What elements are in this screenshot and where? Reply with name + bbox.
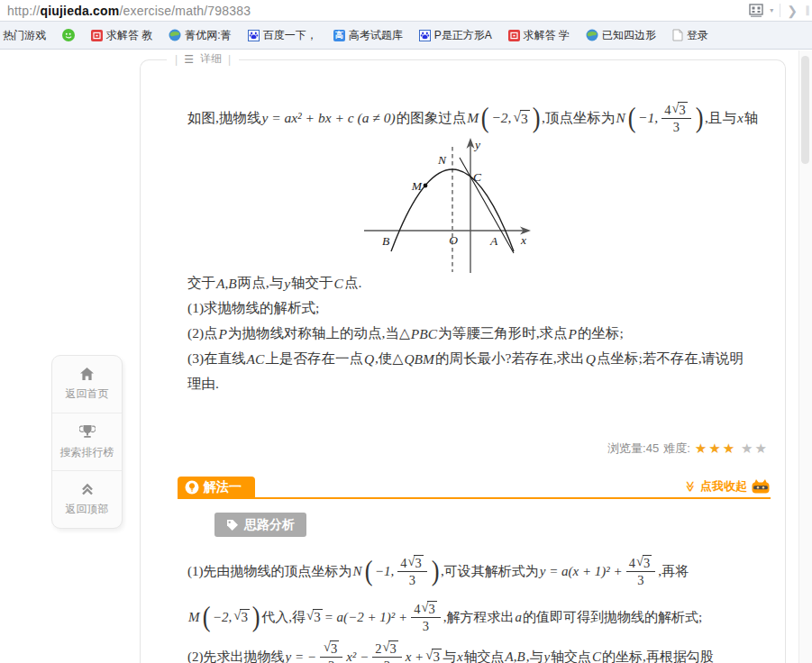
label-N: N <box>437 153 447 167</box>
right-paren: ) <box>431 559 439 584</box>
list-icon: ☰ <box>184 53 194 66</box>
math-var: a <box>515 610 522 625</box>
sidebar-item-label: 返回顶部 <box>66 502 109 517</box>
left-paren: ( <box>481 105 489 131</box>
math-formula: = a(−2 + 1)² + <box>324 610 407 625</box>
problem-text: 理由. <box>187 375 219 394</box>
scrollbar-thumb[interactable] <box>801 56 809 164</box>
chevron-down-icon: ≫ <box>686 481 697 493</box>
solution-line-1: (1)先由抛物线的顶点坐标为 N ( −1, 4√3 3 ) ,可设其解析式为 … <box>187 548 772 595</box>
solution-text: (1)先由抛物线的顶点坐标为 <box>187 563 352 580</box>
fraction: 4√3 3 <box>411 601 440 633</box>
label-C: C <box>473 170 482 184</box>
tab-detail[interactable]: | ☰ 详细 | <box>167 51 239 67</box>
difficulty-label: 难度: <box>663 440 690 457</box>
math-var: N <box>353 564 362 579</box>
problem-text: ,且与 <box>705 109 736 128</box>
fraction-denominator: 3 <box>409 572 415 587</box>
url-text[interactable]: http://qiujieda.com/exercise/math/798383 <box>7 4 251 18</box>
globe-icon <box>169 29 181 41</box>
sqrt: √3 <box>324 640 339 656</box>
math-var: Q <box>586 351 596 368</box>
solution-tab-label: 解法一 <box>204 479 242 495</box>
bookmark-hot-games[interactable]: 热门游戏 <box>3 28 46 43</box>
problem-text: (3)在直线 <box>187 350 246 368</box>
right-paren: ) <box>695 105 703 131</box>
solution-text: 轴交点 <box>464 649 505 663</box>
radicand: 3 <box>520 110 530 127</box>
analysis-button[interactable]: 思路分析 <box>214 513 306 537</box>
bookmark-login[interactable]: 登录 <box>672 28 708 43</box>
home-icon <box>79 367 95 381</box>
bookmark-qiujieda-learn[interactable]: 求解答 学 <box>508 28 570 43</box>
bookmark-jingyouwang[interactable]: 菁优网:菁 <box>169 28 231 43</box>
solution-text: 的值即可得到抛物线的解析式; <box>523 609 702 626</box>
problem-line-5: (3)在直线AC上是否存在一点Q,使△QBM的周长最小?若存在,求出Q点坐标;若… <box>187 350 772 368</box>
solution-header: 解法一 ≫ 点我收起 <box>178 476 771 499</box>
sidebar-item-back-to-top[interactable]: 返回顶部 <box>52 471 122 528</box>
math-var: C <box>334 276 343 292</box>
tab-solution-1[interactable]: 解法一 <box>178 477 255 497</box>
bookmark-gaokao-bank[interactable]: 高 高考试题库 <box>333 28 403 43</box>
bookmark-qiujieda-teach[interactable]: 求解答 教 <box>91 28 152 43</box>
trophy-icon <box>79 424 96 440</box>
right-paren: ) <box>533 105 541 131</box>
bookmark-p-square[interactable]: P是正方形A <box>419 28 492 43</box>
collapse-link[interactable]: ≫ 点我收起 <box>685 478 771 495</box>
sqrt: √3 <box>306 609 323 625</box>
sidebar-item-label: 搜索排行榜 <box>60 445 114 460</box>
exercise-card: 如图,抛物线 y = ax² + bx + c (a ≠ 0) 的图象过点 M … <box>140 59 786 663</box>
fraction-denominator: 3 <box>384 658 390 663</box>
bookmark-quadrilateral[interactable]: 已知四边形 <box>586 28 656 43</box>
difficulty-stars-empty: ★★ <box>741 440 769 457</box>
sidebar-item-home[interactable]: 返回首页 <box>52 356 122 413</box>
radicand: 3 <box>240 609 250 625</box>
solution-text: ,再将 <box>658 563 689 580</box>
radicand: 3 <box>313 609 323 625</box>
fraction-denominator: 3 <box>328 658 334 663</box>
forward-icon[interactable]: ❯ <box>787 5 798 17</box>
scrollbar-track[interactable] <box>798 50 812 663</box>
problem-line-6: 理由. <box>187 375 772 394</box>
url-domain: qiujieda.com <box>40 4 119 18</box>
bookmark-baidu[interactable]: 百度一下， <box>248 28 317 43</box>
radicand: 3 <box>330 640 339 656</box>
caret-down-icon[interactable]: ▾ <box>770 6 773 14</box>
sqrt: √3 <box>636 555 652 570</box>
math-var: x <box>457 649 463 663</box>
browser-address-bar: http://qiujieda.com/exercise/math/798383… <box>0 0 812 22</box>
red-app-icon <box>91 30 103 41</box>
fraction-denominator: 3 <box>637 572 643 587</box>
qr-code-icon[interactable] <box>749 4 763 18</box>
sidebar-item-rankings[interactable]: 搜索排行榜 <box>52 413 122 471</box>
math-formula: y = − <box>286 649 316 663</box>
bookmark-label: 高考试题库 <box>349 28 403 43</box>
math-var: A,B <box>216 276 237 292</box>
fraction-denominator: 3 <box>673 119 680 134</box>
analysis-button-label: 思路分析 <box>244 517 295 533</box>
bookmark-wechat[interactable] <box>62 29 75 41</box>
sqrt: √3 <box>513 110 529 127</box>
solution-text: 代入,得 <box>261 609 306 626</box>
radicand: 3 <box>678 102 687 117</box>
problem-text: 的坐标; <box>578 324 624 343</box>
math-var: N <box>616 110 625 126</box>
problem-line-1: 如图,抛物线 y = ax² + bx + c (a ≠ 0) 的图象过点 M … <box>187 95 772 141</box>
radicand: 3 <box>427 601 436 616</box>
solution-text: ,解方程求出 <box>443 609 515 626</box>
math-var: C <box>592 649 601 663</box>
math-var: M <box>467 110 479 126</box>
math-formula: x² − <box>346 649 369 663</box>
radicand: 3 <box>414 555 423 570</box>
fraction-numerator: 4√3 <box>661 102 690 119</box>
radicand: 3 <box>388 640 397 656</box>
problem-text: 轴交于 <box>291 274 333 293</box>
math-var: M <box>188 610 200 625</box>
math-value: −1, <box>638 110 658 126</box>
fraction: 2√3 3 <box>372 640 401 663</box>
solution-text: (2)先求出抛物线 <box>187 649 285 663</box>
back-to-top-icon <box>80 483 95 496</box>
label-A: A <box>489 234 498 248</box>
fraction-numerator: 4√3 <box>626 555 655 572</box>
url-scheme: http:// <box>7 4 40 18</box>
